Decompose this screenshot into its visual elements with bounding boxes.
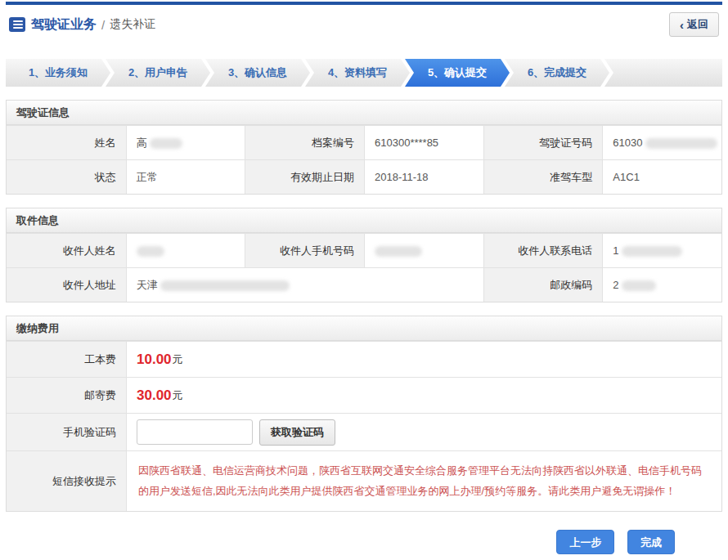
- field-value-postal-code: 2: [602, 268, 721, 302]
- fee-unit: 元: [173, 388, 183, 403]
- field-label-file-number: 档案编号: [245, 126, 364, 159]
- step-tab-6[interactable]: 6、完成提交: [505, 59, 609, 87]
- redacted-value: [137, 246, 164, 257]
- redacted-value: [622, 280, 656, 291]
- step-tab-4[interactable]: 4、资料填写: [305, 59, 410, 87]
- step-tab-2[interactable]: 2、用户申告: [106, 59, 210, 87]
- field-value-license-number: 61030: [602, 126, 721, 159]
- table-row: 收件人姓名 收件人手机号码 收件人联系电话 1: [7, 233, 721, 267]
- redacted-value: [150, 138, 182, 149]
- section-title: 缴纳费用: [7, 316, 721, 341]
- section-payment-fees: 缴纳费用 工本费 10.00 元 邮寄费 30.00 元 手机验证码 获取验证码…: [6, 316, 722, 512]
- captcha-label: 手机验证码: [7, 414, 126, 450]
- field-label-postal-code: 邮政编码: [483, 268, 603, 302]
- footer-actions: 上一步 完成: [6, 530, 722, 554]
- field-value-name: 高: [126, 126, 245, 159]
- redacted-value: [160, 280, 290, 291]
- sms-notice-area: 因陕西省联通、电信运营商技术问题，陕西省互联网交通安全综合服务管理平台无法向持陕…: [126, 451, 721, 511]
- fee-row-mailing: 邮寄费 30.00 元: [7, 377, 721, 413]
- captcha-row: 手机验证码 获取验证码: [7, 413, 721, 450]
- fee-label-production: 工本费: [7, 342, 126, 377]
- section-title: 取件信息: [7, 208, 721, 233]
- redacted-value: [622, 246, 682, 257]
- fee-value-mailing: 30.00 元: [126, 378, 721, 413]
- get-captcha-button[interactable]: 获取验证码: [259, 419, 335, 446]
- field-label-recipient-name: 收件人姓名: [7, 234, 126, 267]
- back-button[interactable]: ‹ 返回: [669, 12, 719, 37]
- field-value-recipient-phone: 1: [602, 234, 721, 267]
- table-row: 收件人地址 天津 邮政编码 2: [7, 267, 721, 302]
- fee-row-production: 工本费 10.00 元: [7, 341, 721, 377]
- field-label-recipient-address: 收件人地址: [7, 268, 126, 302]
- section-title: 驾驶证信息: [7, 101, 721, 125]
- page: 驾驶证业务 / 遗失补证 ‹ 返回 1、业务须知 2、用户申告 3、确认信息 4…: [0, 0, 728, 560]
- list-icon: [9, 17, 25, 32]
- field-label-status: 状态: [7, 160, 126, 194]
- finish-button[interactable]: 完成: [627, 530, 675, 554]
- step-tab-3[interactable]: 3、确认信息: [205, 59, 310, 87]
- field-label-name: 姓名: [7, 126, 126, 159]
- field-label-expiry-date: 有效期止日期: [245, 160, 364, 194]
- redacted-value: [645, 138, 717, 149]
- fee-label-mailing: 邮寄费: [7, 378, 126, 413]
- step-tab-5[interactable]: 5、确认提交: [405, 59, 510, 87]
- fee-amount: 10.00: [137, 352, 172, 368]
- step-bar-filler: [604, 59, 722, 87]
- previous-step-button[interactable]: 上一步: [556, 530, 614, 554]
- redacted-value: [375, 246, 422, 257]
- back-button-label: 返回: [687, 17, 708, 32]
- section-license-info: 驾驶证信息 姓名 高 档案编号 610300****85 驾驶证号码 61030…: [6, 100, 722, 195]
- fee-unit: 元: [173, 352, 183, 367]
- breadcrumb-current: 遗失补证: [110, 17, 155, 32]
- step-tab-1[interactable]: 1、业务须知: [6, 59, 110, 87]
- field-label-vehicle-class: 准驾车型: [483, 160, 603, 194]
- fee-amount: 30.00: [137, 388, 172, 404]
- captcha-input[interactable]: [137, 419, 253, 445]
- section-pickup-info: 取件信息 收件人姓名 收件人手机号码 收件人联系电话 1 收件人地址 天津 邮政…: [6, 208, 722, 302]
- field-value-recipient-address: 天津: [126, 268, 483, 302]
- field-label-recipient-mobile: 收件人手机号码: [245, 234, 364, 267]
- step-wizard: 1、业务须知 2、用户申告 3、确认信息 4、资料填写 5、确认提交 6、完成提…: [6, 59, 722, 87]
- field-value-expiry-date: 2018-11-18: [364, 160, 483, 194]
- field-value-file-number: 610300****85: [364, 126, 483, 159]
- sms-notice-label: 短信接收提示: [7, 451, 126, 511]
- field-value-recipient-name: [126, 234, 245, 267]
- breadcrumb-separator: /: [101, 18, 105, 32]
- chevron-left-icon: ‹: [680, 19, 684, 31]
- fee-value-production: 10.00 元: [126, 342, 721, 377]
- table-row: 姓名 高 档案编号 610300****85 驾驶证号码 61030: [7, 125, 721, 159]
- field-label-license-number: 驾驶证号码: [483, 126, 603, 159]
- field-value-status: 正常: [126, 160, 245, 194]
- field-label-recipient-phone: 收件人联系电话: [483, 234, 603, 267]
- sms-notice-text: 因陕西省联通、电信运营商技术问题，陕西省互联网交通安全综合服务管理平台无法向持陕…: [138, 461, 710, 500]
- sms-notice-row: 短信接收提示 因陕西省联通、电信运营商技术问题，陕西省互联网交通安全综合服务管理…: [7, 450, 721, 511]
- field-value-recipient-mobile: [364, 234, 483, 267]
- captcha-field-area: 获取验证码: [126, 414, 721, 450]
- header: 驾驶证业务 / 遗失补证 ‹ 返回: [6, 5, 722, 44]
- field-value-vehicle-class: A1C1: [602, 160, 721, 194]
- breadcrumb-section: 驾驶证业务: [31, 16, 97, 34]
- table-row: 状态 正常 有效期止日期 2018-11-18 准驾车型 A1C1: [7, 159, 721, 194]
